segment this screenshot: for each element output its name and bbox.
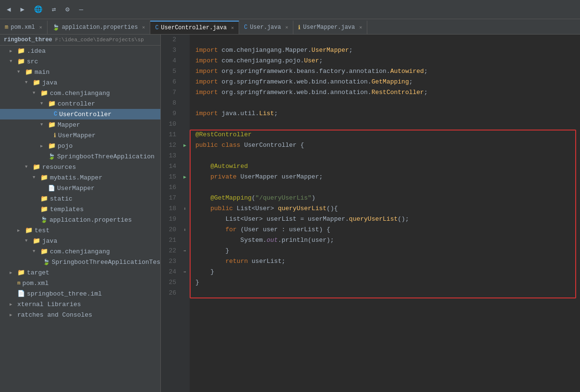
tab-close-user[interactable]: ✕ [285,24,288,30]
minimize-icon[interactable]: — [76,5,86,14]
swap-icon[interactable]: ⇄ [49,4,59,14]
sidebar-item-target[interactable]: ▶ 📁 target [0,267,160,278]
arrow-icon: ▼ [40,122,46,127]
sidebar-item-iml[interactable]: 📄 springboot_three.iml [0,288,160,299]
code-line-6: import org.springframework.web.bind.anno… [195,77,574,87]
sidebar-item-external-libraries[interactable]: ▶ xternal Libraries [0,299,160,309]
sidebar: ringboot_three F:\idea_code\IdeaProjects… [0,35,161,392]
code-line-3: import com.chenjiangang.Mapper.UserMappe… [195,45,574,56]
info-icon: ℹ [54,132,56,139]
usermapper-icon: ℹ [298,24,301,31]
tab-usercontroller[interactable]: C UserController.java ✕ [150,21,239,34]
tab-close-usermapper[interactable]: ✕ [359,24,362,30]
file-icon: 📄 [17,290,25,297]
arrow-icon: ▼ [25,165,31,169]
code-area: 2 3 4 5 6 7 8 9 10 11 12 13 14 15 16 17 … [161,35,580,392]
code-line-16 [195,182,574,193]
folder-icon: 📁 [40,174,48,181]
sidebar-item-com-chenjiangang[interactable]: ▼ 📁 com.chenjiangang [0,88,160,98]
tab-usermapper[interactable]: ℹ UserMapper.java ✕ [293,21,367,34]
arrow-icon: ▼ [33,175,38,180]
code-editor[interactable]: 2 3 4 5 6 7 8 9 10 11 12 13 14 15 16 17 … [161,35,580,392]
arrow-icon: ▶ [10,48,15,54]
code-line-5: import org.springframework.beans.factory… [195,66,574,77]
tab-close-usercontroller[interactable]: ✕ [231,25,234,31]
sidebar-item-idea[interactable]: ▶ 📁 .idea [0,46,160,56]
sidebar-item-com-chenjiangang-test[interactable]: ▼ 📁 com.chenjiangang [0,246,160,257]
code-line-24: } [195,267,574,277]
sidebar-item-usermapper-xml[interactable]: 📄 UserMapper [0,183,160,193]
sidebar-item-static[interactable]: 📁 static [0,193,160,204]
code-line-2 [195,35,574,45]
tab-pom[interactable]: m pom.xml ✕ [0,21,48,34]
sidebar-item-mapper-folder[interactable]: ▼ 📁 Mapper [0,119,160,130]
main-area: ringboot_three F:\idea_code\IdeaProjects… [0,35,580,392]
folder-icon: 📁 [48,121,56,129]
tab-close-pom[interactable]: ✕ [39,24,42,30]
arrow-icon: ▼ [10,59,15,64]
tab-close-props[interactable]: ✕ [142,24,145,30]
sidebar-item-springboot-test[interactable]: 🍃 SpringbootThreeApplicationTes [0,257,160,267]
globe-icon[interactable]: 🌐 [31,4,45,14]
code-line-11: @RestController [195,130,574,140]
gutter-run-12[interactable]: ▶ [180,140,190,151]
folder-icon: 📁 [25,68,33,76]
code-line-19: List<User> userList = userMapper.queryUs… [195,214,574,225]
sidebar-item-controller[interactable]: ▼ 📁 controller [0,98,160,109]
folder-icon: 📁 [33,163,40,171]
user-java-icon: C [244,24,247,31]
spring-icon: 🍃 [40,216,48,224]
code-line-25: } [195,277,574,288]
arrow-icon: ▶ [10,302,15,307]
xml-icon: m [17,280,21,286]
code-line-7: import org.springframework.web.bind.anno… [195,87,574,98]
sidebar-item-templates[interactable]: 📁 templates [0,204,160,214]
sidebar-item-main[interactable]: ▼ 📁 main [0,67,160,77]
sidebar-item-src[interactable]: ▼ 📁 src [0,56,160,67]
code-line-14: @Autowired [195,161,574,172]
tab-bar: m pom.xml ✕ 🍃 application.properties ✕ C… [0,19,580,35]
folder-icon: 📁 [33,237,40,245]
toolbar: ◀ ▶ 🌐 ⇄ ⚙ — [0,0,580,19]
arrow-icon: ▼ [33,249,38,254]
sidebar-item-resources[interactable]: ▼ 📁 resources [0,162,160,172]
sidebar-item-pom-xml[interactable]: m pom.xml [0,278,160,288]
folder-icon: 📁 [17,47,25,55]
line-numbers: 2 3 4 5 6 7 8 9 10 11 12 13 14 15 16 17 … [161,35,180,392]
code-line-21: System.out.println(user); [195,235,574,246]
sidebar-item-java[interactable]: ▼ 📁 java [0,77,160,88]
sidebar-item-usercontroller[interactable]: C UserController [0,109,160,119]
sidebar-item-mybatis-mapper[interactable]: ▼ 📁 mybatis.Mapper [0,172,160,183]
spring-icon: 🍃 [43,259,50,266]
tab-user[interactable]: C User.java ✕ [239,21,293,34]
code-line-18: public List<User> queryUserList(){ [195,203,574,214]
folder-icon: 📁 [33,79,40,86]
tab-application-properties[interactable]: 🍃 application.properties ✕ [48,21,150,34]
gutter-run-15[interactable]: ▶ [180,172,190,182]
arrow-icon: ▶ [17,228,23,233]
package-icon: 📁 [40,89,48,97]
sidebar-item-scratches[interactable]: ▶ ratches and Consoles [0,309,160,320]
arrow-icon: ▼ [40,101,46,106]
code-line-12: public class UserController { [195,140,574,151]
gutter-arrow-18: ⬇ [180,203,190,214]
forward-icon[interactable]: ▶ [17,4,27,14]
sidebar-item-pojo[interactable]: ▶ 📁 pojo [0,141,160,151]
spring-icon: 🍃 [48,153,55,160]
code-line-8 [195,98,574,108]
code-line-13 [195,151,574,161]
arrow-icon: ▼ [33,91,38,95]
sidebar-item-app-properties[interactable]: 🍃 application.properties [0,214,160,225]
settings-icon[interactable]: ⚙ [62,4,72,14]
sidebar-item-springboot-app[interactable]: 🍃 SpringbootThreeApplication [0,151,160,162]
project-label: ringboot_three F:\idea_code\IdeaProjects… [0,35,160,46]
sidebar-item-usermapper[interactable]: ℹ UserMapper [0,130,160,141]
sidebar-item-java-test[interactable]: ▼ 📁 java [0,236,160,246]
code-content: import com.chenjiangang.Mapper.UserMappe… [190,35,580,392]
sidebar-item-test[interactable]: ▶ 📁 test [0,225,160,236]
code-line-20: for (User user : userList) { [195,225,574,235]
arrow-icon: ▼ [25,80,31,85]
back-icon[interactable]: ◀ [4,4,13,14]
folder-icon: 📁 [17,269,25,276]
code-line-17: @GetMapping("/queryUserLis") [195,193,574,203]
